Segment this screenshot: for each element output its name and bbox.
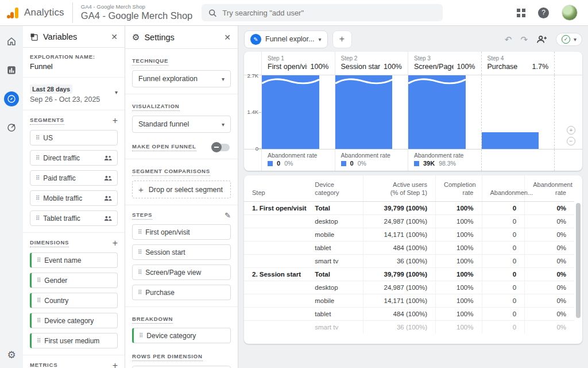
funnel-bar-step-2[interactable]: [335, 75, 393, 149]
date-range-section[interactable]: Last 28 days Sep 26 - Oct 23, 2025 ▾: [23, 78, 125, 110]
add-dimension-icon[interactable]: +: [113, 239, 118, 248]
table-scrollbar[interactable]: [576, 203, 581, 318]
technique-select[interactable]: Funnel exploration ▾: [132, 70, 231, 87]
dimension-chip-country[interactable]: ⠿ Country: [30, 293, 118, 308]
table-row[interactable]: 2. Session startTotal 39,799 (100%)100% …: [244, 267, 574, 281]
table-row[interactable]: mobile 14,171 (100%)100% 00%: [244, 228, 574, 241]
drag-handle-icon[interactable]: ⠿: [36, 195, 39, 201]
add-tab-button[interactable]: +: [332, 30, 352, 48]
chevron-down-icon[interactable]: ▾: [115, 89, 118, 95]
funnel-bar-step-1[interactable]: [262, 75, 319, 149]
account-avatar[interactable]: [562, 5, 578, 21]
drag-handle-icon[interactable]: ⠿: [138, 249, 141, 255]
ga-apps-grid-icon[interactable]: [517, 9, 525, 17]
step-chip-purchase[interactable]: ⠿ Purchase: [132, 285, 231, 300]
funnel-bar-column-3[interactable]: [408, 75, 481, 149]
table-row[interactable]: desktop 24,987 (100%)100% 00%: [244, 281, 574, 294]
saved-status-button[interactable]: ✓ ▾: [556, 33, 582, 46]
drag-handle-icon[interactable]: ⠿: [36, 215, 39, 221]
table-row[interactable]: tablet 484 (100%)100% 00%: [244, 241, 574, 254]
funnel-bar-step-4[interactable]: [482, 132, 539, 149]
col-header-abandonment-rate[interactable]: Abandonmentrate: [525, 175, 574, 201]
tab-funnel-exploration[interactable]: ✎ Funnel explor... ▾: [244, 30, 328, 48]
drag-handle-icon[interactable]: ⠿: [37, 317, 40, 324]
drag-handle-icon[interactable]: ⠿: [138, 229, 141, 235]
close-settings-icon[interactable]: ✕: [224, 33, 231, 42]
segment-chip-tablet-traffic[interactable]: ⠿ Tablet traffic: [30, 210, 118, 226]
segment-chip-mobile-traffic[interactable]: ⠿ Mobile traffic: [30, 190, 118, 206]
date-preset-chip[interactable]: Last 28 days: [30, 85, 72, 94]
global-search[interactable]: [202, 4, 443, 21]
funnel-step-header-3[interactable]: Step 3 Screen/Page view 100%: [408, 52, 481, 75]
dimension-chip-first-user-medium[interactable]: ⠿ First user medium: [30, 333, 118, 348]
drag-handle-icon[interactable]: ⠿: [138, 289, 141, 296]
add-segment-icon[interactable]: +: [113, 116, 118, 125]
zoom-in-icon[interactable]: +: [567, 126, 575, 135]
funnel-bar-column-2[interactable]: [335, 75, 408, 149]
table-row[interactable]: tablet 484 (100%)100% 00%: [244, 307, 574, 320]
share-user-add-icon[interactable]: [536, 35, 547, 44]
col-header-device-category[interactable]: Device category: [307, 175, 363, 201]
segment-chip-us[interactable]: ⠿ US: [30, 130, 118, 145]
drag-handle-icon[interactable]: ⠿: [139, 332, 142, 339]
funnel-step-header-4[interactable]: Step 4 Purchase 1.7%: [481, 52, 555, 75]
step-chip-session-start[interactable]: ⠿ Session start: [132, 244, 231, 260]
chevron-down-icon[interactable]: ▾: [318, 36, 321, 43]
drag-handle-icon[interactable]: ⠿: [37, 338, 40, 344]
rows-per-dimension-select[interactable]: 5 ▾: [132, 366, 231, 368]
segment-chip-paid-traffic[interactable]: ⠿ Paid traffic: [30, 170, 118, 186]
dimension-chip-event-name[interactable]: ⠿ Event name: [30, 252, 118, 268]
table-row[interactable]: smart tv 36 (100%)100% 00%: [244, 254, 574, 267]
funnel-step-header-2[interactable]: Step 2 Session start 100%: [335, 52, 408, 75]
drag-handle-icon[interactable]: ⠿: [138, 269, 141, 275]
table-row[interactable]: mobile 14,171 (100%)100% 00%: [244, 294, 574, 307]
reports-icon[interactable]: [4, 63, 19, 78]
visualization-value: Standard funnel: [138, 120, 189, 128]
close-variables-icon[interactable]: ✕: [111, 32, 118, 41]
table-row[interactable]: desktop 24,987 (100%)100% 00%: [244, 214, 574, 228]
drop-segment-target[interactable]: + Drop or select segment: [132, 181, 231, 198]
admin-gear-icon[interactable]: ⚙: [7, 349, 16, 361]
edit-steps-pencil-icon[interactable]: ✎: [225, 211, 231, 220]
drag-handle-icon[interactable]: ⠿: [37, 257, 40, 263]
bar-overflow-wave-icon: [262, 77, 319, 87]
drag-handle-icon[interactable]: ⠿: [36, 175, 39, 181]
add-metric-icon[interactable]: +: [113, 361, 118, 368]
col-header-active-users[interactable]: Active users(% of Step 1): [363, 175, 436, 201]
dimension-label: Event name: [44, 256, 81, 264]
property-switcher[interactable]: GA4 - Google Merch Shop GA4 - Google Mer…: [72, 2, 192, 23]
funnel-bar-column-4[interactable]: [481, 75, 555, 149]
search-input[interactable]: [222, 9, 436, 17]
funnel-bar-step-3[interactable]: [408, 75, 466, 149]
drag-handle-icon[interactable]: ⠿: [37, 297, 40, 304]
explore-icon[interactable]: [4, 91, 19, 106]
home-icon[interactable]: [4, 34, 19, 49]
step-chip-first-open-visit[interactable]: ⠿ First open/visit: [132, 224, 231, 240]
dimension-chip-gender[interactable]: ⠿ Gender: [30, 273, 118, 288]
drag-handle-icon[interactable]: ⠿: [36, 155, 39, 161]
drag-handle-icon[interactable]: ⠿: [37, 277, 40, 283]
visualization-select[interactable]: Standard funnel ▾: [132, 116, 231, 133]
step-chip-screen-page-view[interactable]: ⠿ Screen/Page view: [132, 264, 231, 280]
col-header-completion-rate[interactable]: Completionrate: [436, 175, 482, 201]
make-open-funnel-toggle[interactable]: [211, 144, 230, 151]
analytics-logo[interactable]: Analytics: [6, 6, 72, 20]
dimension-label: Device category: [44, 317, 94, 325]
table-row[interactable]: 1. First open/visitTotal 39,799 (100%)10…: [244, 201, 574, 214]
exploration-name-value[interactable]: Funnel: [30, 62, 118, 71]
zoom-out-icon[interactable]: −: [567, 137, 575, 145]
drop-segment-placeholder: Drop or select segment: [149, 186, 223, 194]
table-row[interactable]: smart tv 36 (100%)100% 00%: [244, 320, 574, 334]
col-header-step[interactable]: Step: [244, 175, 307, 201]
undo-icon[interactable]: ↶: [505, 35, 512, 44]
drag-handle-icon[interactable]: ⠿: [36, 135, 39, 141]
col-header-abandonments[interactable]: Abandonmen...: [482, 175, 525, 201]
segment-chip-direct-traffic[interactable]: ⠿ Direct traffic: [30, 150, 118, 166]
funnel-step-header-1[interactable]: Step 1 First open/visit 100%: [261, 52, 335, 75]
help-icon[interactable]: ?: [538, 7, 549, 18]
funnel-bar-column-1[interactable]: [261, 75, 335, 149]
breakdown-chip-device-category[interactable]: ⠿ Device category: [132, 328, 231, 343]
dimension-chip-device-category[interactable]: ⠿ Device category: [30, 313, 118, 328]
redo-icon[interactable]: ↷: [520, 35, 528, 44]
advertising-icon[interactable]: [4, 120, 19, 135]
